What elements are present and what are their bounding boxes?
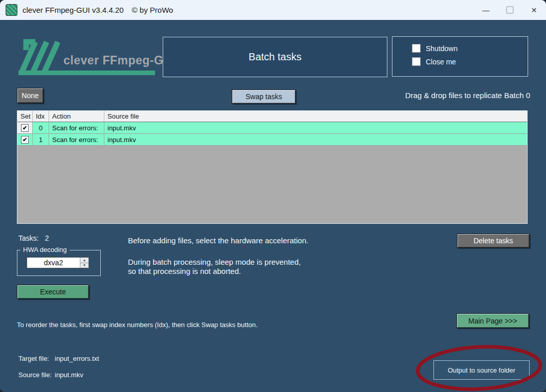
close-icon: ✕ bbox=[531, 6, 537, 14]
app-window: clever FFmpeg-GUI v3.4.4.20 © by ProWo —… bbox=[0, 0, 546, 392]
page-title-box: Batch tasks bbox=[163, 37, 387, 77]
spinner-down-icon: ▼ bbox=[83, 264, 86, 267]
shutdown-option: Shutdown bbox=[412, 44, 457, 53]
tasks-label: Tasks: bbox=[18, 234, 39, 242]
close-button[interactable]: ✕ bbox=[522, 0, 546, 20]
maximize-icon bbox=[506, 6, 514, 14]
source-cell: input.mkv bbox=[104, 122, 527, 134]
spinner-down-button[interactable]: ▼ bbox=[80, 263, 89, 268]
maximize-button[interactable] bbox=[498, 0, 522, 20]
target-file-value: input_errors.txt bbox=[55, 355, 99, 362]
table-row[interactable]: ✔ 0 Scan for errors: input.mkv bbox=[17, 122, 527, 134]
spinner-up-icon: ▲ bbox=[83, 259, 86, 262]
minimize-icon: — bbox=[483, 6, 490, 14]
info-line-3: so that processing is not aborted. bbox=[128, 267, 241, 275]
title-bar: clever FFmpeg-GUI v3.4.4.20 © by ProWo —… bbox=[0, 0, 546, 20]
target-file-label: Target file: bbox=[18, 355, 49, 362]
drag-drop-hint: Drag & drop files to replicate Batch 0 bbox=[405, 91, 530, 100]
source-file-value: input.mkv bbox=[55, 371, 83, 379]
action-cell: Scan for errors: bbox=[49, 122, 104, 134]
close-me-checkbox[interactable] bbox=[412, 57, 421, 66]
window-controls: — ✕ bbox=[474, 0, 546, 20]
column-header-action: Action bbox=[49, 111, 104, 122]
column-header-source: Source file bbox=[104, 111, 527, 122]
window-copyright: © by ProWo bbox=[132, 6, 173, 14]
idx-cell: 0 bbox=[33, 122, 49, 134]
hwa-value[interactable]: dxva2 bbox=[27, 258, 80, 268]
options-box: Shutdown Close me bbox=[392, 36, 528, 77]
set-cell: ✔ bbox=[17, 134, 33, 146]
logo-text: clever FFmpeg-GUI bbox=[63, 54, 176, 67]
spinner-up-button[interactable]: ▲ bbox=[80, 258, 89, 263]
execute-button[interactable]: Execute bbox=[17, 285, 89, 299]
idx-cell: 1 bbox=[33, 134, 49, 146]
set-cell: ✔ bbox=[17, 122, 33, 134]
delete-tasks-button[interactable]: Delete tasks bbox=[457, 234, 530, 248]
action-cell: Scan for errors: bbox=[49, 134, 104, 146]
column-header-idx: Idx bbox=[33, 111, 49, 122]
source-cell: input.mkv bbox=[104, 134, 527, 146]
page-title: Batch tasks bbox=[249, 51, 301, 63]
window-title: clever FFmpeg-GUI v3.4.4.20 bbox=[23, 6, 124, 14]
shutdown-label: Shutdown bbox=[426, 44, 457, 53]
info-line-1: Before adding files, select the hardware… bbox=[128, 236, 309, 245]
row-checkbox[interactable]: ✔ bbox=[21, 124, 29, 132]
app-icon bbox=[6, 4, 17, 16]
close-me-option: Close me bbox=[412, 57, 456, 66]
hwa-spinner-buttons: ▲ ▼ bbox=[80, 258, 89, 268]
output-to-source-folder-button[interactable]: Output to source folder bbox=[433, 360, 530, 380]
close-me-label: Close me bbox=[426, 58, 456, 66]
app-logo-icon bbox=[17, 36, 60, 73]
hwa-group-label: HWA decoding bbox=[20, 246, 70, 253]
tasks-count-line: Tasks:2 bbox=[18, 234, 49, 242]
table-header-row: Set Idx Action Source file bbox=[17, 111, 527, 122]
logo-underline bbox=[18, 71, 155, 75]
source-file-label: Source file: bbox=[18, 371, 52, 379]
tasks-count: 2 bbox=[45, 234, 49, 242]
task-table[interactable]: Set Idx Action Source file ✔ 0 Scan for … bbox=[17, 110, 528, 224]
none-button[interactable]: None bbox=[17, 88, 43, 103]
reorder-hint: To reorder the tasks, first swap index n… bbox=[17, 321, 257, 329]
hwa-spinner[interactable]: dxva2 ▲ ▼ bbox=[27, 257, 89, 268]
swap-tasks-button[interactable]: Swap tasks bbox=[232, 89, 296, 104]
row-checkbox[interactable]: ✔ bbox=[21, 136, 29, 144]
main-page-button[interactable]: Main Page >>> bbox=[456, 313, 529, 328]
table-row[interactable]: ✔ 1 Scan for errors: input.mkv bbox=[17, 134, 527, 146]
minimize-button[interactable]: — bbox=[474, 0, 498, 20]
shutdown-checkbox[interactable] bbox=[412, 44, 421, 53]
hwa-decoding-group: HWA decoding dxva2 ▲ ▼ bbox=[17, 250, 101, 276]
column-header-set: Set bbox=[17, 111, 33, 122]
info-line-2: During batch processing, sleep mode is p… bbox=[128, 258, 301, 266]
